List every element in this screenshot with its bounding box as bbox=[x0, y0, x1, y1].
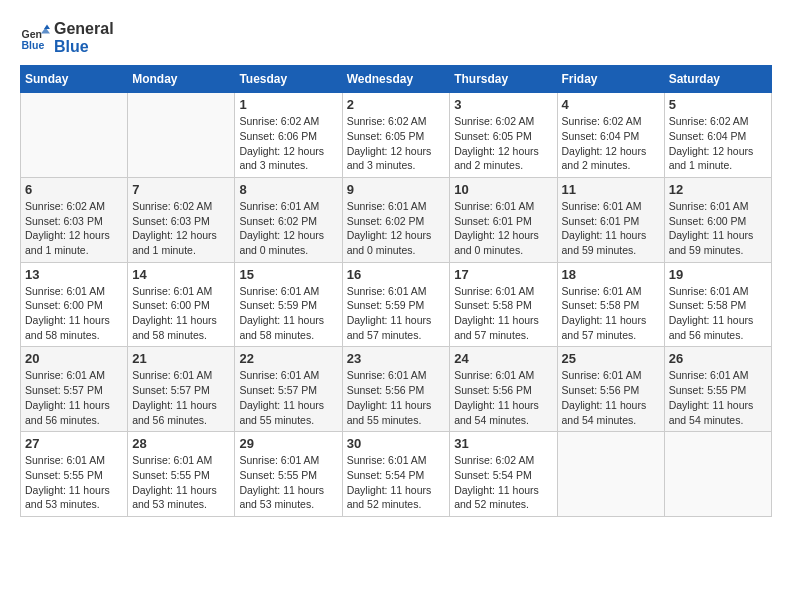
calendar-cell: 9Sunrise: 6:01 AM Sunset: 6:02 PM Daylig… bbox=[342, 177, 450, 262]
day-number: 26 bbox=[669, 351, 767, 366]
day-info: Sunrise: 6:02 AM Sunset: 5:54 PM Dayligh… bbox=[454, 453, 552, 512]
day-info: Sunrise: 6:01 AM Sunset: 5:55 PM Dayligh… bbox=[132, 453, 230, 512]
day-number: 11 bbox=[562, 182, 660, 197]
calendar-cell: 14Sunrise: 6:01 AM Sunset: 6:00 PM Dayli… bbox=[128, 262, 235, 347]
page-header: Gen Blue General Blue bbox=[20, 20, 772, 55]
day-number: 24 bbox=[454, 351, 552, 366]
day-info: Sunrise: 6:01 AM Sunset: 6:01 PM Dayligh… bbox=[454, 199, 552, 258]
day-number: 21 bbox=[132, 351, 230, 366]
calendar-cell: 20Sunrise: 6:01 AM Sunset: 5:57 PM Dayli… bbox=[21, 347, 128, 432]
calendar-cell: 18Sunrise: 6:01 AM Sunset: 5:58 PM Dayli… bbox=[557, 262, 664, 347]
calendar-cell: 25Sunrise: 6:01 AM Sunset: 5:56 PM Dayli… bbox=[557, 347, 664, 432]
calendar-cell: 5Sunrise: 6:02 AM Sunset: 6:04 PM Daylig… bbox=[664, 93, 771, 178]
calendar-cell: 12Sunrise: 6:01 AM Sunset: 6:00 PM Dayli… bbox=[664, 177, 771, 262]
day-info: Sunrise: 6:01 AM Sunset: 6:00 PM Dayligh… bbox=[669, 199, 767, 258]
day-number: 20 bbox=[25, 351, 123, 366]
day-number: 16 bbox=[347, 267, 446, 282]
day-number: 23 bbox=[347, 351, 446, 366]
calendar-cell: 29Sunrise: 6:01 AM Sunset: 5:55 PM Dayli… bbox=[235, 432, 342, 517]
day-info: Sunrise: 6:02 AM Sunset: 6:05 PM Dayligh… bbox=[454, 114, 552, 173]
calendar-cell: 17Sunrise: 6:01 AM Sunset: 5:58 PM Dayli… bbox=[450, 262, 557, 347]
day-info: Sunrise: 6:01 AM Sunset: 5:55 PM Dayligh… bbox=[669, 368, 767, 427]
day-info: Sunrise: 6:01 AM Sunset: 5:58 PM Dayligh… bbox=[669, 284, 767, 343]
week-row-2: 6Sunrise: 6:02 AM Sunset: 6:03 PM Daylig… bbox=[21, 177, 772, 262]
day-info: Sunrise: 6:01 AM Sunset: 5:57 PM Dayligh… bbox=[239, 368, 337, 427]
day-number: 6 bbox=[25, 182, 123, 197]
calendar-cell: 24Sunrise: 6:01 AM Sunset: 5:56 PM Dayli… bbox=[450, 347, 557, 432]
calendar-cell: 30Sunrise: 6:01 AM Sunset: 5:54 PM Dayli… bbox=[342, 432, 450, 517]
calendar-cell: 11Sunrise: 6:01 AM Sunset: 6:01 PM Dayli… bbox=[557, 177, 664, 262]
calendar-cell: 23Sunrise: 6:01 AM Sunset: 5:56 PM Dayli… bbox=[342, 347, 450, 432]
day-number: 22 bbox=[239, 351, 337, 366]
day-info: Sunrise: 6:01 AM Sunset: 5:59 PM Dayligh… bbox=[239, 284, 337, 343]
calendar-cell: 2Sunrise: 6:02 AM Sunset: 6:05 PM Daylig… bbox=[342, 93, 450, 178]
calendar-cell: 16Sunrise: 6:01 AM Sunset: 5:59 PM Dayli… bbox=[342, 262, 450, 347]
day-number: 1 bbox=[239, 97, 337, 112]
calendar-cell: 27Sunrise: 6:01 AM Sunset: 5:55 PM Dayli… bbox=[21, 432, 128, 517]
day-number: 30 bbox=[347, 436, 446, 451]
day-number: 28 bbox=[132, 436, 230, 451]
calendar-cell: 13Sunrise: 6:01 AM Sunset: 6:00 PM Dayli… bbox=[21, 262, 128, 347]
week-row-4: 20Sunrise: 6:01 AM Sunset: 5:57 PM Dayli… bbox=[21, 347, 772, 432]
calendar-cell: 21Sunrise: 6:01 AM Sunset: 5:57 PM Dayli… bbox=[128, 347, 235, 432]
calendar-table: SundayMondayTuesdayWednesdayThursdayFrid… bbox=[20, 65, 772, 517]
day-number: 4 bbox=[562, 97, 660, 112]
weekday-header-saturday: Saturday bbox=[664, 66, 771, 93]
calendar-cell: 31Sunrise: 6:02 AM Sunset: 5:54 PM Dayli… bbox=[450, 432, 557, 517]
calendar-cell bbox=[21, 93, 128, 178]
day-number: 5 bbox=[669, 97, 767, 112]
logo: Gen Blue General Blue bbox=[20, 20, 114, 55]
day-info: Sunrise: 6:01 AM Sunset: 6:02 PM Dayligh… bbox=[347, 199, 446, 258]
calendar-cell: 10Sunrise: 6:01 AM Sunset: 6:01 PM Dayli… bbox=[450, 177, 557, 262]
day-number: 27 bbox=[25, 436, 123, 451]
day-info: Sunrise: 6:02 AM Sunset: 6:06 PM Dayligh… bbox=[239, 114, 337, 173]
day-info: Sunrise: 6:01 AM Sunset: 5:59 PM Dayligh… bbox=[347, 284, 446, 343]
day-number: 18 bbox=[562, 267, 660, 282]
day-number: 17 bbox=[454, 267, 552, 282]
day-info: Sunrise: 6:01 AM Sunset: 6:00 PM Dayligh… bbox=[25, 284, 123, 343]
calendar-cell: 15Sunrise: 6:01 AM Sunset: 5:59 PM Dayli… bbox=[235, 262, 342, 347]
calendar-cell: 7Sunrise: 6:02 AM Sunset: 6:03 PM Daylig… bbox=[128, 177, 235, 262]
day-number: 25 bbox=[562, 351, 660, 366]
svg-text:Blue: Blue bbox=[22, 38, 45, 50]
day-number: 10 bbox=[454, 182, 552, 197]
day-number: 15 bbox=[239, 267, 337, 282]
day-number: 14 bbox=[132, 267, 230, 282]
weekday-header-monday: Monday bbox=[128, 66, 235, 93]
weekday-header-sunday: Sunday bbox=[21, 66, 128, 93]
day-info: Sunrise: 6:01 AM Sunset: 5:55 PM Dayligh… bbox=[239, 453, 337, 512]
calendar-cell: 3Sunrise: 6:02 AM Sunset: 6:05 PM Daylig… bbox=[450, 93, 557, 178]
day-info: Sunrise: 6:01 AM Sunset: 5:56 PM Dayligh… bbox=[562, 368, 660, 427]
calendar-cell bbox=[128, 93, 235, 178]
week-row-3: 13Sunrise: 6:01 AM Sunset: 6:00 PM Dayli… bbox=[21, 262, 772, 347]
day-number: 3 bbox=[454, 97, 552, 112]
day-info: Sunrise: 6:01 AM Sunset: 5:57 PM Dayligh… bbox=[25, 368, 123, 427]
weekday-header-friday: Friday bbox=[557, 66, 664, 93]
calendar-cell: 28Sunrise: 6:01 AM Sunset: 5:55 PM Dayli… bbox=[128, 432, 235, 517]
calendar-cell: 6Sunrise: 6:02 AM Sunset: 6:03 PM Daylig… bbox=[21, 177, 128, 262]
weekday-header-wednesday: Wednesday bbox=[342, 66, 450, 93]
calendar-cell bbox=[664, 432, 771, 517]
calendar-cell: 4Sunrise: 6:02 AM Sunset: 6:04 PM Daylig… bbox=[557, 93, 664, 178]
calendar-cell: 8Sunrise: 6:01 AM Sunset: 6:02 PM Daylig… bbox=[235, 177, 342, 262]
calendar-cell bbox=[557, 432, 664, 517]
day-number: 12 bbox=[669, 182, 767, 197]
day-number: 7 bbox=[132, 182, 230, 197]
day-number: 13 bbox=[25, 267, 123, 282]
day-info: Sunrise: 6:01 AM Sunset: 5:55 PM Dayligh… bbox=[25, 453, 123, 512]
day-info: Sunrise: 6:01 AM Sunset: 5:56 PM Dayligh… bbox=[454, 368, 552, 427]
calendar-cell: 1Sunrise: 6:02 AM Sunset: 6:06 PM Daylig… bbox=[235, 93, 342, 178]
day-number: 2 bbox=[347, 97, 446, 112]
day-info: Sunrise: 6:01 AM Sunset: 5:58 PM Dayligh… bbox=[454, 284, 552, 343]
week-row-5: 27Sunrise: 6:01 AM Sunset: 5:55 PM Dayli… bbox=[21, 432, 772, 517]
day-info: Sunrise: 6:02 AM Sunset: 6:04 PM Dayligh… bbox=[562, 114, 660, 173]
day-info: Sunrise: 6:01 AM Sunset: 5:54 PM Dayligh… bbox=[347, 453, 446, 512]
day-info: Sunrise: 6:02 AM Sunset: 6:04 PM Dayligh… bbox=[669, 114, 767, 173]
day-number: 29 bbox=[239, 436, 337, 451]
day-info: Sunrise: 6:02 AM Sunset: 6:05 PM Dayligh… bbox=[347, 114, 446, 173]
day-info: Sunrise: 6:01 AM Sunset: 6:01 PM Dayligh… bbox=[562, 199, 660, 258]
day-info: Sunrise: 6:01 AM Sunset: 5:56 PM Dayligh… bbox=[347, 368, 446, 427]
day-number: 19 bbox=[669, 267, 767, 282]
day-info: Sunrise: 6:01 AM Sunset: 5:57 PM Dayligh… bbox=[132, 368, 230, 427]
day-info: Sunrise: 6:01 AM Sunset: 6:00 PM Dayligh… bbox=[132, 284, 230, 343]
